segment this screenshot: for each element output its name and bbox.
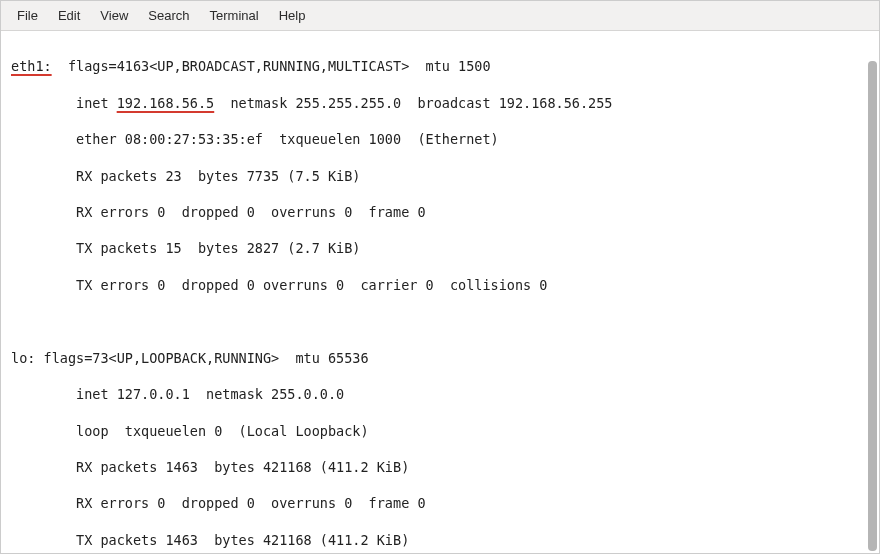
eth1-inet-line: inet 192.168.56.5 netmask 255.255.255.0 …: [11, 94, 873, 112]
eth1-inet-prefix: inet: [11, 95, 117, 111]
iface-eth1-name: eth1:: [11, 58, 52, 74]
eth1-netmask-broadcast: netmask 255.255.255.0 broadcast 192.168.…: [214, 95, 612, 111]
lo-rx-errors: RX errors 0 dropped 0 overruns 0 frame 0: [11, 494, 873, 512]
menubar: File Edit View Search Terminal Help: [1, 1, 879, 31]
menu-help[interactable]: Help: [269, 5, 316, 26]
eth1-ip-address: 192.168.56.5: [117, 95, 215, 111]
lo-inet-line: inet 127.0.0.1 netmask 255.0.0.0: [11, 385, 873, 403]
blank-line: [11, 312, 873, 330]
eth1-ether-line: ether 08:00:27:53:35:ef txqueuelen 1000 …: [11, 130, 873, 148]
menu-edit[interactable]: Edit: [48, 5, 90, 26]
lo-tx-packets: TX packets 1463 bytes 421168 (411.2 KiB): [11, 531, 873, 549]
eth1-rx-packets: RX packets 23 bytes 7735 (7.5 KiB): [11, 167, 873, 185]
eth1-tx-errors: TX errors 0 dropped 0 overruns 0 carrier…: [11, 276, 873, 294]
terminal-output[interactable]: eth1: flags=4163<UP,BROADCAST,RUNNING,MU…: [1, 31, 879, 553]
menu-file[interactable]: File: [7, 5, 48, 26]
menu-terminal[interactable]: Terminal: [200, 5, 269, 26]
eth1-rx-errors: RX errors 0 dropped 0 overruns 0 frame 0: [11, 203, 873, 221]
menu-search[interactable]: Search: [138, 5, 199, 26]
lo-rx-packets: RX packets 1463 bytes 421168 (411.2 KiB): [11, 458, 873, 476]
scrollbar[interactable]: [865, 31, 877, 553]
eth1-tx-packets: TX packets 15 bytes 2827 (2.7 KiB): [11, 239, 873, 257]
scrollbar-thumb[interactable]: [868, 61, 877, 551]
ifconfig-lo-header: lo: flags=73<UP,LOOPBACK,RUNNING> mtu 65…: [11, 349, 873, 367]
ifconfig-eth1-header: eth1: flags=4163<UP,BROADCAST,RUNNING,MU…: [11, 57, 873, 75]
menu-view[interactable]: View: [90, 5, 138, 26]
eth1-flags: flags=4163<UP,BROADCAST,RUNNING,MULTICAS…: [52, 58, 491, 74]
lo-loop-line: loop txqueuelen 0 (Local Loopback): [11, 422, 873, 440]
